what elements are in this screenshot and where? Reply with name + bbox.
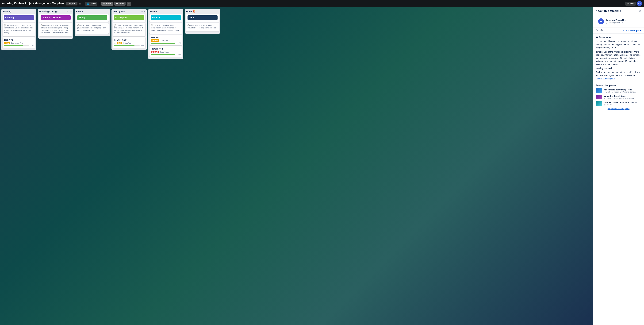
card-task-123[interactable]: Task 123 Medium Sales Team 100% xyxy=(150,35,182,46)
column-planning: Planning / Design 2 / 10 Planning / Desi… xyxy=(38,9,73,39)
related-thumb-agile xyxy=(596,88,602,93)
related-by: by Denise Shimoni, Localization Manag... xyxy=(604,97,636,99)
chevron-down-icon: ▾ xyxy=(128,2,130,5)
progress-fill xyxy=(151,54,176,55)
card-meta: Critical Sales Team xyxy=(151,51,181,53)
admin-avatar: AP xyxy=(598,18,604,24)
list-icon: ☰ xyxy=(114,42,116,44)
card-feature-abc[interactable]: Feature ABC ☰ High Sales Team 80% xyxy=(113,38,145,48)
header: Amazing Kanban Project Management Templa… xyxy=(0,0,644,7)
admin-info: Amazing PowerUps @amazingpowerups xyxy=(606,19,626,24)
more-views-button[interactable]: ▾ xyxy=(127,2,131,6)
actions-row: ⧉ 👁 ↗ Share template xyxy=(593,28,644,34)
board-admins-section: AP Amazing PowerUps @amazingpowerups xyxy=(593,15,644,28)
copy-icon[interactable]: ⧉ xyxy=(596,29,598,32)
board-icon: ⊞ xyxy=(103,2,104,5)
column-ready-title: Ready xyxy=(76,10,83,13)
card-planning-header[interactable]: Planning / Design xyxy=(39,14,72,22)
card-planning-desc[interactable]: 💬 Move a card to this stage when it is t… xyxy=(39,23,72,36)
column-inprogress-header: In Progress 3 / 10 xyxy=(113,10,145,13)
priority-badge: High xyxy=(116,42,122,44)
card-review-desc[interactable]: 💬 List of work that has been completed b… xyxy=(150,23,182,34)
team-label: Operations Team xyxy=(10,42,24,44)
filter-button[interactable]: ⊟ Filter xyxy=(625,2,636,6)
progress-track xyxy=(151,43,176,44)
column-review-title: Review xyxy=(150,10,157,13)
admin-name: Amazing PowerUps xyxy=(606,19,626,22)
related-item-unicef[interactable]: UNICEF Global Innovation Centre by UNICE… xyxy=(596,101,642,106)
card-task-xyz[interactable]: Task XYZ High Operations Team 75% xyxy=(2,38,35,48)
getting-started-text: Review the template and determine which … xyxy=(596,70,642,77)
card-done-desc[interactable]: 💬 Once work is ready to release, move to… xyxy=(186,23,219,32)
admin-handle: @amazingpowerups xyxy=(606,22,626,24)
card-backlog-header[interactable]: Backlog xyxy=(2,14,35,22)
progress-label: 100% xyxy=(177,54,181,56)
card-desc-text: 💬 List of work that has been completed b… xyxy=(151,24,181,32)
card-feature-xyz[interactable]: Feature XYZ Critical Sales Team 100% xyxy=(150,46,182,57)
column-backlog: Backlog Backlog 💬 Staging area to put wo… xyxy=(1,9,36,50)
column-planning-count: 2 / 10 xyxy=(67,10,72,12)
comment-icon: 💬 xyxy=(77,24,80,26)
card-ready-desc[interactable]: 💬 Move cards to Ready when planning is c… xyxy=(76,23,108,34)
column-review-header: Review xyxy=(150,10,182,13)
team-label: Sales Team xyxy=(160,51,169,53)
getting-started-title: Getting Started xyxy=(596,67,642,70)
related-by: by Lyndi Thompson, Sr. Demand Gener... xyxy=(604,91,636,93)
avatar[interactable]: AP xyxy=(637,1,642,6)
card-color-bar: Review xyxy=(151,15,181,20)
template-badge[interactable]: Template xyxy=(66,2,78,6)
board-view-button[interactable]: ⊞ Board xyxy=(101,2,113,6)
visibility-button[interactable]: 🌐 Public xyxy=(85,2,97,6)
card-inprogress-header[interactable]: In Progress xyxy=(113,14,145,22)
related-title: Related templates xyxy=(596,84,642,86)
column-done-header: Done 🎉 xyxy=(186,10,219,13)
progress-track xyxy=(114,45,140,46)
column-backlog-title: Backlog xyxy=(2,10,11,13)
card-inprogress-desc[interactable]: 💬 Track the work that is being done and … xyxy=(113,23,145,36)
column-done: Done 🎉 Done 💬 Once work is ready to rele… xyxy=(185,9,220,34)
eye-icon[interactable]: 👁 xyxy=(600,29,603,32)
related-by: by UNICEF xyxy=(604,104,637,106)
related-name: Agile Board Template | Trello xyxy=(604,88,636,91)
progress-row: 100% xyxy=(151,42,181,44)
card-review-header[interactable]: Review xyxy=(150,14,182,22)
card-desc-text: 💬 Move cards to Ready when planning is c… xyxy=(77,24,107,32)
card-title: Feature XYZ xyxy=(151,48,181,50)
progress-label: 80% xyxy=(141,45,144,47)
card-color-bar: In Progress xyxy=(114,15,144,20)
progress-row: 75% xyxy=(4,45,34,47)
card-color-bar: Done xyxy=(188,15,218,20)
progress-fill xyxy=(151,43,176,44)
show-full-link[interactable]: Show full description. xyxy=(596,78,642,80)
progress-track xyxy=(4,45,30,46)
related-thumb-unicef xyxy=(596,101,602,106)
column-review: Review Review 💬 List of work that has be… xyxy=(148,9,183,59)
related-templates-section: Related templates Agile Board Template |… xyxy=(593,82,644,112)
globe-icon: 🌐 xyxy=(87,2,89,5)
description-heading: ☰ Description xyxy=(596,36,642,38)
progress-label: 75% xyxy=(31,45,34,47)
related-name: UNICEF Global Innovation Centre xyxy=(604,101,637,104)
column-planning-title: Planning / Design xyxy=(39,10,58,13)
related-item-agile[interactable]: Agile Board Template | Trello by Lyndi T… xyxy=(596,88,642,93)
description-para-2: It makes use of the Amazing Fields Power… xyxy=(596,50,642,66)
column-inprogress: In Progress 3 / 10 In Progress 💬 Track t… xyxy=(112,9,146,50)
description-icon: ☰ xyxy=(596,36,598,38)
description-para-1: You can use this Amazing Kanban board as… xyxy=(596,40,642,49)
progress-fill xyxy=(114,45,134,46)
share-template-button[interactable]: ↗ Share template xyxy=(622,29,642,32)
related-info-translations: Managing Translations by Denise Shimoni,… xyxy=(604,95,636,99)
related-info-agile: Agile Board Template | Trello by Lyndi T… xyxy=(604,88,636,93)
related-thumb-translations xyxy=(596,94,602,100)
priority-badge: High xyxy=(4,42,10,44)
card-ready-header[interactable]: Ready xyxy=(76,14,108,22)
explore-more-link[interactable]: Explore more templates xyxy=(596,107,642,110)
star-icon[interactable]: ☆ xyxy=(79,2,81,5)
column-ready-header: Ready xyxy=(76,10,108,13)
card-done-header[interactable]: Done xyxy=(186,14,219,22)
close-button[interactable]: ✕ xyxy=(639,9,642,13)
table-view-button[interactable]: ☰ Table xyxy=(114,2,126,6)
card-backlog-desc[interactable]: 💬 Staging area to put work to plan for t… xyxy=(2,23,35,36)
progress-row: 80% xyxy=(114,45,144,47)
related-item-translations[interactable]: Managing Translations by Denise Shimoni,… xyxy=(596,94,642,100)
